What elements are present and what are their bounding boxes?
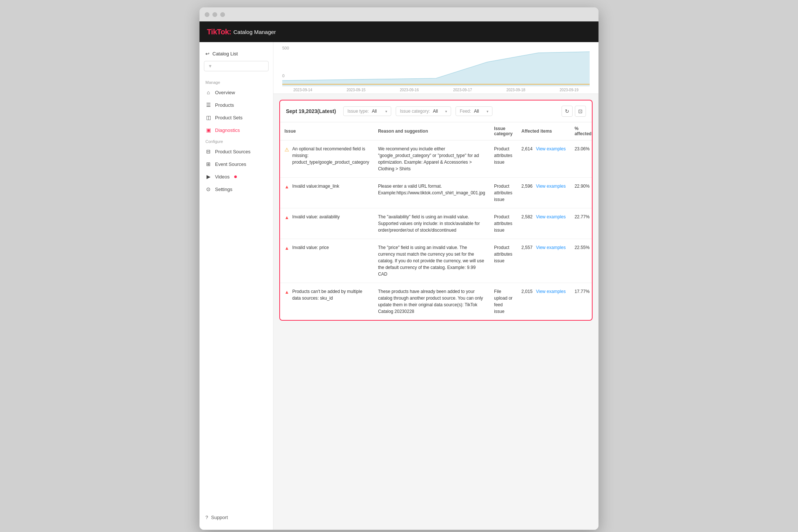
table-row: ▲ Invalid value: price The "price" field… (280, 239, 593, 283)
category-cell-3: Product attributes issue (490, 239, 517, 283)
support-icon: ? (205, 515, 208, 520)
issue-text-2: Invalid value: availability (292, 214, 340, 220)
affected-cell-3: 2,557 View examples (517, 239, 570, 283)
minimize-dot (212, 12, 217, 17)
feed-filter[interactable]: Feed: All ▾ (456, 106, 492, 116)
reason-cell-1: Please enter a valid URL format. Example… (374, 178, 490, 208)
table-header: Issue Reason and suggestion Issue catego… (280, 122, 593, 140)
sidebar-item-label: Settings (215, 187, 232, 192)
view-examples-link-3[interactable]: View examples (536, 245, 566, 250)
issue-type-label: Issue type: (347, 109, 369, 114)
chart-area-fill (282, 52, 590, 86)
view-examples-link-1[interactable]: View examples (536, 184, 566, 189)
diagnostics-icon: ▣ (205, 127, 211, 133)
panel-date: Sept 19,2023(Latest) (286, 108, 336, 114)
view-examples-link-0[interactable]: View examples (536, 146, 566, 151)
table-row: ▲ Invalid value:image_link Please enter … (280, 178, 593, 208)
percent-cell-0: 23.06% (570, 140, 593, 178)
app-title: Catalog Manager (233, 29, 276, 35)
export-button[interactable]: ⊡ (575, 106, 586, 117)
panel-header: Sept 19,2023(Latest) Issue type: All ▾ I… (280, 100, 592, 122)
feed-chevron: ▾ (487, 109, 488, 113)
issues-table: Issue Reason and suggestion Issue catego… (280, 122, 593, 320)
affected-num-0: 2,614 (521, 146, 532, 151)
support-link[interactable]: ? Support (200, 511, 273, 524)
issue-text-3: Invalid value: price (292, 244, 329, 251)
close-dot (205, 12, 209, 17)
x-label-3: 2023-09-17 (453, 88, 472, 92)
sidebar-item-overview[interactable]: ⌂ Overview (200, 86, 273, 99)
affected-num-1: 2,596 (521, 184, 532, 189)
issue-text-0: An optional but recommended field is mis… (292, 146, 369, 166)
col-issue: Issue (280, 122, 374, 140)
videos-badge (234, 175, 237, 178)
issue-category-filter[interactable]: Issue category: All ▾ (396, 106, 451, 116)
panel-actions-right: ↻ ⊡ (562, 106, 586, 117)
catalog-dropdown[interactable]: ▼ (204, 61, 269, 71)
sidebar-item-event-sources[interactable]: ⊞ Event Sources (200, 158, 273, 170)
issue-cell-1: ▲ Invalid value:image_link (280, 178, 374, 208)
issue-category-chevron: ▾ (445, 109, 447, 113)
sidebar-item-label: Diagnostics (215, 127, 240, 133)
issue-type-filter[interactable]: Issue type: All ▾ (343, 106, 391, 116)
home-icon: ⌂ (205, 89, 211, 95)
x-label-1: 2023-09-15 (347, 88, 365, 92)
chart-svg-container: 2023-09-14 2023-09-15 2023-09-16 2023-09… (282, 51, 590, 88)
view-examples-link-2[interactable]: View examples (536, 214, 566, 219)
affected-cell-1: 2,596 View examples (517, 178, 570, 208)
product-sources-icon: ⊟ (205, 149, 211, 154)
chart-y-max: 500 (282, 46, 289, 50)
percent-cell-3: 22.55% (570, 239, 593, 283)
main-layout: ↩ Catalog List ▼ Manage ⌂ Overview ☰ Pro… (200, 42, 598, 530)
sidebar-item-settings[interactable]: ⊙ Settings (200, 183, 273, 195)
refresh-button[interactable]: ↻ (562, 106, 573, 117)
issue-text-1: Invalid value:image_link (292, 183, 339, 190)
sidebar-item-products[interactable]: ☰ Products (200, 99, 273, 111)
sidebar-item-label: Videos (215, 174, 230, 180)
maximize-dot (220, 12, 225, 17)
sidebar-item-videos[interactable]: ▶ Videos (200, 170, 273, 183)
sidebar-item-product-sets[interactable]: ◫ Product Sets (200, 111, 273, 124)
issue-category-value: All (433, 109, 438, 114)
reason-cell-2: The "availability" field is using an inv… (374, 208, 490, 239)
issue-cell-4: ▲ Products can't be added by multiple da… (280, 283, 374, 320)
col-percent: % affected (570, 122, 593, 140)
col-category: Issue category (490, 122, 517, 140)
issue-cell-3: ▲ Invalid value: price (280, 239, 374, 283)
view-examples-link-4[interactable]: View examples (536, 289, 566, 294)
sidebar-item-label: Event Sources (215, 161, 246, 167)
issue-cell-2: ▲ Invalid value: availability (280, 208, 374, 239)
sidebar-item-diagnostics[interactable]: ▣ Diagnostics (200, 124, 273, 136)
error-icon-1: ▲ (284, 183, 289, 191)
x-label-4: 2023-09-18 (507, 88, 525, 92)
logo-dot: : (229, 28, 231, 36)
table-row: ⚠ An optional but recommended field is m… (280, 140, 593, 178)
catalog-select-value: ▼ (208, 64, 212, 69)
app-header: TikTok: Catalog Manager (200, 21, 598, 42)
reason-cell-0: We recommend you include either "google_… (374, 140, 490, 178)
configure-section-label: Configure (200, 136, 273, 145)
error-icon-3: ▲ (284, 245, 289, 252)
error-icon-4: ▲ (284, 289, 289, 296)
catalog-list-back[interactable]: ↩ Catalog List (200, 48, 273, 61)
reason-cell-3: The "price" field is using an invalid va… (374, 239, 490, 283)
catalog-list-label: Catalog List (212, 51, 238, 57)
category-cell-4: File upload or feed issue (490, 283, 517, 320)
affected-cell-2: 2,582 View examples (517, 208, 570, 239)
affected-num-2: 2,582 (521, 214, 532, 219)
products-icon: ☰ (205, 102, 211, 108)
support-label: Support (211, 515, 228, 520)
manage-section-label: Manage (200, 77, 273, 86)
affected-num-3: 2,557 (521, 245, 532, 250)
sidebar-item-label: Product Sources (215, 149, 250, 154)
affected-cell-4: 2,015 View examples (517, 283, 570, 320)
app-window: TikTok: Catalog Manager ↩ Catalog List ▼… (200, 7, 598, 530)
reason-cell-4: These products have already been added t… (374, 283, 490, 320)
table-row: ▲ Products can't be added by multiple da… (280, 283, 593, 320)
sidebar-item-product-sources[interactable]: ⊟ Product Sources (200, 145, 273, 158)
x-label-2: 2023-09-16 (400, 88, 419, 92)
category-cell-2: Product attributes issue (490, 208, 517, 239)
affected-cell-0: 2,614 View examples (517, 140, 570, 178)
settings-icon: ⊙ (205, 186, 211, 192)
category-cell-0: Product attributes issue (490, 140, 517, 178)
